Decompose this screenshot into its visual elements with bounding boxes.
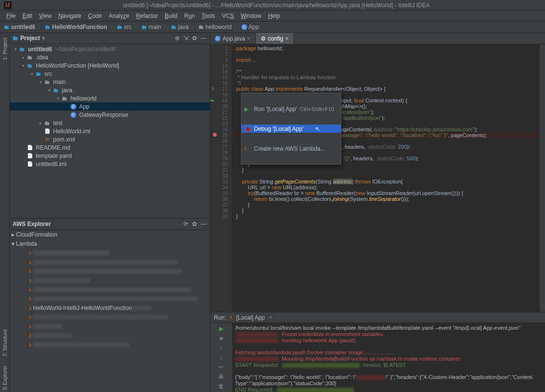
toolwin-structure[interactable]: 7: Structure: [2, 327, 8, 359]
breadcrumb-label: App: [249, 24, 259, 30]
editor-scrollbar[interactable]: [539, 44, 545, 312]
left-rail: 1: Project 7: Structure S Explorer: [0, 33, 10, 392]
tree-item[interactable]: ▸test: [10, 119, 210, 127]
locate-icon[interactable]: ⊕: [175, 35, 180, 42]
aws-lambda-fn[interactable]: λ: [10, 313, 210, 322]
tab-app[interactable]: CApp.java×: [210, 33, 256, 44]
toolwin-project[interactable]: 1: Project: [2, 36, 8, 62]
aws-lambda-fn[interactable]: λ: [10, 285, 210, 294]
aws-lambda-fn[interactable]: λ: [10, 340, 210, 350]
window-title: untitled6 [~/IdeaProjects/untitled6] - .…: [12, 2, 541, 9]
console-line: Mounting /tmp/lambdaBuild/Function as /v…: [282, 356, 461, 362]
console-line: Invoking helloworld.App (java8): [282, 337, 356, 343]
collapse-icon[interactable]: ⇲: [183, 35, 188, 42]
menu-code[interactable]: Code: [84, 12, 105, 20]
tree-item[interactable]: 📄template.yaml: [10, 152, 210, 160]
menu-edit[interactable]: Edit: [19, 12, 36, 20]
up-icon[interactable]: ↑: [217, 344, 225, 352]
ctx-label: Create new AWS Lambda...: [254, 146, 325, 152]
aws-label: CloudFormation: [16, 231, 57, 238]
ctx-label: Debug '[Local] App': [254, 126, 304, 132]
aws-tree[interactable]: ▸ CloudFormation ▾ Lambda λ λ λ λ λ λ λ …: [10, 230, 210, 392]
tree-label: untitled6: [28, 46, 52, 53]
close-icon[interactable]: ×: [269, 314, 272, 321]
aws-lambda-fn[interactable]: λ: [10, 276, 210, 285]
tree-item[interactable]: ▾HelloWorldFunction [HelloWorld]: [10, 61, 210, 70]
close-icon[interactable]: ×: [247, 35, 251, 42]
menu-vcs[interactable]: VCS: [219, 12, 238, 20]
menu-run[interactable]: Run: [181, 12, 198, 20]
menu-build[interactable]: Build: [161, 12, 181, 20]
tree-item[interactable]: 📄README.md: [10, 143, 210, 152]
aws-lambda-fn[interactable]: λ: [10, 331, 210, 340]
tree-item[interactable]: ▾helloworld: [10, 94, 210, 102]
ctx-create-lambda[interactable]: λCreate new AWS Lambda...: [241, 144, 341, 153]
tree-item[interactable]: ▸.idea: [10, 53, 210, 61]
toolwin-explorer[interactable]: S Explorer: [2, 364, 8, 392]
console-line: /home/ubuntu/.local/bin/sam local invoke…: [235, 325, 520, 331]
aws-label: HelloWorld-IntelliJ-HelloWorldFunction: [33, 305, 132, 311]
tab-config[interactable]: ⚙config×: [256, 33, 294, 44]
ctx-debug[interactable]: 🐞Debug '[Local] App'↖: [241, 125, 341, 133]
menu-analyze[interactable]: Analyze: [105, 12, 133, 20]
tree-item[interactable]: ▾main: [10, 78, 210, 86]
context-menu: ▶Run '[Local] App'Ctrl+Shift+F10 🐞Debug …: [241, 93, 341, 165]
breadcrumb-item[interactable]: helloworld: [196, 24, 234, 30]
breadcrumb-item[interactable]: src: [115, 24, 134, 30]
menu-tools[interactable]: Tools: [198, 12, 219, 20]
down-icon[interactable]: ↓: [217, 354, 225, 362]
breadcrumb-label: java: [178, 24, 189, 30]
gear-icon[interactable]: ✿: [192, 221, 197, 227]
tree-item[interactable]: mpom.xml: [10, 135, 210, 143]
tree-item-app[interactable]: CApp: [10, 102, 210, 111]
menu-view[interactable]: View: [36, 12, 55, 20]
rerun-button[interactable]: ▶: [217, 325, 225, 333]
ctx-run[interactable]: ▶Run '[Local] App'Ctrl+Shift+F10: [241, 105, 341, 113]
tree-label: untitled6.iml: [36, 161, 67, 168]
gear-icon[interactable]: ✿: [192, 35, 197, 42]
tree-label: pom.xml: [53, 136, 75, 143]
tree-root[interactable]: ▾untitled6 ~/IdeaProjects/untitled6: [10, 45, 210, 53]
breadcrumb-item[interactable]: CApp: [239, 24, 261, 30]
trash-icon[interactable]: 🗑: [217, 382, 225, 390]
aws-item-cf[interactable]: ▸ CloudFormation: [10, 230, 210, 239]
tree-item[interactable]: CGatewayResponse: [10, 111, 210, 119]
aws-lambda-fn[interactable]: λ: [10, 294, 210, 304]
aws-lambda-fn-hw[interactable]: λ HelloWorld-IntelliJ-HelloWorldFunction: [10, 304, 210, 313]
stop-button[interactable]: ■: [217, 335, 225, 342]
breadcrumb-item[interactable]: untitled6: [2, 24, 37, 30]
refresh-icon[interactable]: ⟳: [183, 221, 188, 227]
aws-item-lambda[interactable]: ▾ Lambda: [10, 239, 210, 249]
hide-icon[interactable]: —: [201, 221, 207, 227]
close-icon[interactable]: ×: [285, 35, 289, 42]
tree-item[interactable]: ▾src: [10, 70, 210, 78]
breadcrumb-label: untitled6: [11, 24, 35, 30]
aws-lambda-fn[interactable]: λ: [10, 249, 210, 258]
menu-file[interactable]: File: [3, 12, 19, 20]
console-output[interactable]: /home/ubuntu/.local/bin/sam local invoke…: [232, 323, 545, 392]
breadcrumb-item[interactable]: java: [169, 24, 191, 30]
project-panel-title: Project: [20, 35, 40, 42]
aws-lambda-fn[interactable]: λ: [10, 258, 210, 267]
aws-title: AWS Explorer: [13, 221, 51, 227]
aws-lambda-fn[interactable]: λ: [10, 267, 210, 276]
hide-icon[interactable]: —: [201, 35, 207, 42]
tree-item[interactable]: 📄untitled6.iml: [10, 160, 210, 168]
menu-window[interactable]: Window: [237, 12, 265, 20]
breadcrumb-item[interactable]: HelloWorldFunction: [43, 24, 109, 30]
editor-tabs: CApp.java× ⚙config×: [210, 33, 545, 44]
tree-item[interactable]: ▾java: [10, 86, 210, 94]
aws-lambda-fn[interactable]: λ: [10, 322, 210, 331]
breadcrumb-bar: untitled6 HelloWorldFunction src main ja…: [0, 22, 545, 33]
project-tree[interactable]: ▾untitled6 ~/IdeaProjects/untitled6 ▸.id…: [10, 44, 210, 218]
breadcrumb-item[interactable]: main: [140, 24, 163, 30]
print-icon[interactable]: 🖶: [217, 373, 225, 380]
wrap-icon[interactable]: ↩: [217, 363, 225, 371]
menu-refactor[interactable]: Refactor: [133, 12, 161, 20]
menu-help[interactable]: Help: [265, 12, 283, 20]
gutter[interactable]: 12313141516 17λ 18 19●▸ 2021222324 25 26…: [210, 44, 231, 312]
tree-item[interactable]: 📄HelloWorld.iml: [10, 127, 210, 135]
code-body[interactable]: package helloworld; import ... /** * Han…: [231, 44, 539, 312]
editor[interactable]: 12313141516 17λ 18 19●▸ 2021222324 25 26…: [210, 44, 545, 312]
menu-navigate[interactable]: Navigate: [55, 12, 84, 20]
